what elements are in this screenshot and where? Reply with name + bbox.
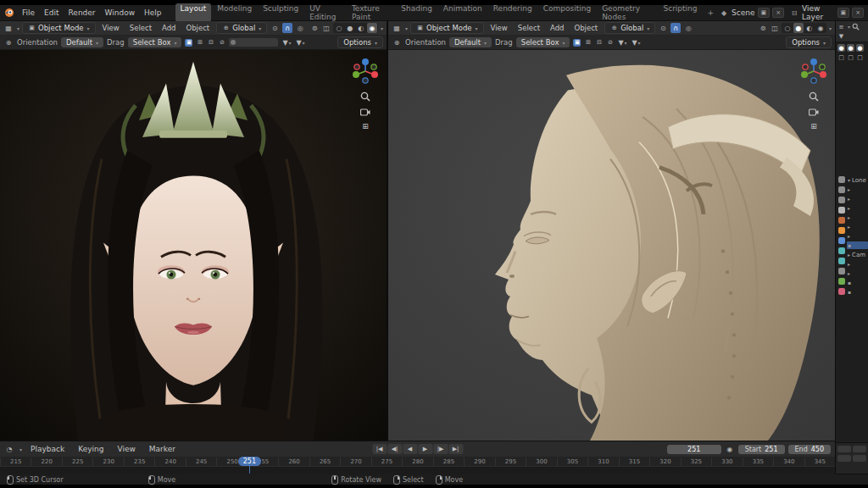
overlays-icon[interactable]: ⊚ bbox=[309, 23, 320, 33]
mode-dropdown[interactable]: ▣ Object Mode ▾ bbox=[410, 22, 484, 34]
proportional-editing-icon[interactable]: ◎ bbox=[295, 23, 305, 33]
properties-tab-icon[interactable] bbox=[838, 207, 845, 214]
editor-type-icon[interactable]: ▦ bbox=[3, 23, 14, 33]
outliner-row[interactable]: ▸ bbox=[847, 186, 868, 193]
timeline-menu-item[interactable]: View bbox=[113, 444, 139, 454]
select-mode-dropdown[interactable]: Select Box ▾ bbox=[516, 37, 570, 47]
outliner-row[interactable]: ▪ bbox=[847, 288, 868, 296]
properties-tab-icon[interactable] bbox=[838, 247, 845, 254]
select-subtract-icon[interactable]: ⊟ bbox=[207, 39, 214, 47]
blender-logo-icon[interactable] bbox=[4, 8, 14, 18]
workspace-tab[interactable]: Animation bbox=[438, 3, 487, 22]
close-view-layer-button[interactable]: × bbox=[852, 8, 864, 18]
proportional-editing-icon[interactable]: ◎ bbox=[683, 23, 693, 33]
outliner-row[interactable]: ▪ bbox=[847, 241, 868, 249]
editor-type-icon[interactable]: ◔ bbox=[4, 444, 14, 454]
outliner-display-mode-icon[interactable]: ≡ bbox=[837, 23, 845, 30]
select-subtract-icon[interactable]: ⊟ bbox=[595, 39, 603, 47]
current-frame-field[interactable]: 251 bbox=[667, 445, 721, 454]
keyframe-strip[interactable] bbox=[0, 466, 835, 474]
scene-selector[interactable]: ◆ Scene ▣ × bbox=[719, 8, 784, 18]
viewport-left-canvas[interactable]: ⊞ bbox=[0, 50, 387, 441]
properties-tab-icon[interactable] bbox=[838, 197, 845, 203]
workspace-tab[interactable]: Shading bbox=[396, 3, 437, 22]
viewport-menu-item[interactable]: View bbox=[98, 23, 124, 33]
pivot-point-icon[interactable]: ⊙ bbox=[658, 23, 668, 33]
workspace-tab[interactable]: Modeling bbox=[212, 3, 257, 22]
outliner-row[interactable]: ▸ bbox=[847, 204, 868, 212]
shading-wireframe-icon[interactable]: ○ bbox=[782, 23, 793, 33]
auto-keying-icon[interactable]: ◉ bbox=[725, 444, 735, 454]
timeline-menu-item[interactable]: Keying bbox=[74, 444, 108, 454]
workspace-tab[interactable]: Rendering bbox=[488, 3, 537, 22]
frame-start-field[interactable]: Start 251 bbox=[738, 445, 785, 454]
viewport-menu-item[interactable]: Add bbox=[158, 23, 180, 33]
properties-tab-icon[interactable] bbox=[838, 217, 845, 224]
app-menu-item[interactable]: Edit bbox=[40, 8, 63, 18]
properties-tab-icon[interactable] bbox=[838, 278, 845, 285]
outliner-row[interactable]: ▪ bbox=[847, 279, 868, 286]
shading-wireframe-icon[interactable]: ○ bbox=[334, 23, 344, 33]
funnel-dropdown-icon[interactable]: ▼▾ bbox=[295, 37, 305, 47]
select-new-icon[interactable]: ▣ bbox=[573, 39, 581, 47]
snap-magnet-icon[interactable]: ∩ bbox=[282, 23, 292, 33]
app-menu-item[interactable]: File bbox=[18, 8, 39, 18]
xray-icon[interactable]: ◫ bbox=[321, 23, 331, 33]
shading-rendered-icon[interactable]: ◉ bbox=[815, 23, 826, 33]
shading-material-icon[interactable]: ◐ bbox=[804, 23, 815, 33]
footer-field[interactable] bbox=[837, 455, 851, 462]
playback-button[interactable]: ◀| bbox=[387, 444, 402, 454]
viewport-menu-item[interactable]: Object bbox=[181, 23, 214, 33]
outliner-row[interactable]: ▸ bbox=[847, 269, 868, 277]
playback-button[interactable]: |◀ bbox=[372, 444, 387, 454]
outliner-row[interactable]: ▸ Cam bbox=[847, 251, 868, 258]
filter-object-icon[interactable]: ● bbox=[837, 44, 845, 52]
grid-ortho-icon[interactable]: ⊞ bbox=[810, 122, 817, 130]
shading-rendered-icon[interactable]: ◉ bbox=[367, 23, 377, 33]
cursor-tool-icon[interactable]: ⊕ bbox=[3, 37, 14, 47]
playback-button[interactable]: |▶ bbox=[433, 444, 448, 454]
zoom-icon[interactable] bbox=[809, 92, 819, 102]
playback-button[interactable]: ▶ bbox=[418, 444, 432, 454]
camera-view-icon[interactable] bbox=[809, 108, 819, 116]
viewport-menu-item[interactable]: Object bbox=[570, 23, 602, 33]
overlays-icon[interactable]: ⊚ bbox=[758, 23, 768, 33]
app-menu-item[interactable]: Render bbox=[64, 8, 100, 18]
shading-solid-icon[interactable]: ● bbox=[345, 23, 355, 33]
workspace-tab[interactable]: Compositing bbox=[538, 3, 596, 22]
axis-navigator-gizmo[interactable] bbox=[351, 57, 380, 86]
select-intersect-icon[interactable]: ⊘ bbox=[606, 39, 614, 47]
app-menu-item[interactable]: Window bbox=[101, 8, 140, 18]
workspace-tab[interactable]: Layout bbox=[175, 3, 212, 22]
tool-slider[interactable] bbox=[229, 38, 278, 47]
filter-dropdown-icon[interactable]: ▼▾ bbox=[617, 37, 627, 47]
snap-magnet-icon[interactable]: ∩ bbox=[670, 23, 681, 33]
outliner-row[interactable]: ▾ Lone bbox=[847, 176, 868, 184]
orientation-dropdown[interactable]: ⊕ Global ▾ bbox=[604, 22, 655, 34]
workspace-tab[interactable]: Geometry Nodes bbox=[597, 3, 657, 22]
shading-material-icon[interactable]: ◐ bbox=[356, 23, 366, 33]
shading-solid-icon[interactable]: ● bbox=[793, 23, 804, 33]
select-mode-dropdown[interactable]: Select Box ▾ bbox=[128, 37, 182, 47]
viewport-right-canvas[interactable]: ⊞ bbox=[388, 50, 835, 441]
select-extend-icon[interactable]: ⊞ bbox=[196, 39, 203, 47]
app-menu-item[interactable]: Help bbox=[140, 8, 166, 18]
properties-tab-icon[interactable] bbox=[838, 227, 845, 234]
options-dropdown[interactable]: Options ▾ bbox=[786, 36, 832, 48]
cursor-tool-icon[interactable]: ⊕ bbox=[392, 37, 402, 47]
filter-indirect-icon[interactable]: □ bbox=[856, 53, 864, 61]
add-workspace-button[interactable]: + bbox=[704, 8, 719, 18]
properties-tab-icon[interactable] bbox=[838, 268, 845, 274]
viewport-menu-item[interactable]: View bbox=[487, 23, 512, 33]
timeline-menu-item[interactable]: Marker bbox=[145, 444, 180, 454]
camera-view-icon[interactable] bbox=[360, 108, 370, 116]
new-view-layer-button[interactable]: ▣ bbox=[837, 8, 850, 18]
filter-render-icon[interactable]: □ bbox=[837, 53, 845, 61]
search-icon[interactable] bbox=[852, 23, 860, 30]
workspace-tab[interactable]: Scripting bbox=[659, 3, 703, 22]
orientation-dropdown[interactable]: ⊕ Global ▾ bbox=[216, 22, 267, 34]
properties-tab-icon[interactable] bbox=[838, 258, 845, 264]
outliner-row[interactable]: ▸ bbox=[847, 195, 868, 202]
playback-button[interactable]: ◀ bbox=[403, 444, 417, 454]
footer-field[interactable] bbox=[853, 446, 866, 452]
